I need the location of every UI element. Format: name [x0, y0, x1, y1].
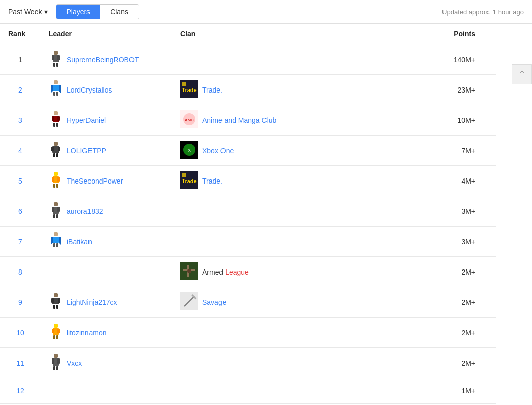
clan-cell [172, 378, 364, 404]
rank-cell: 4 [0, 136, 40, 166]
top-bar-left: Past Week ▾ Players Clans [8, 4, 139, 19]
clan-cell [172, 44, 364, 75]
leader-name[interactable]: iBatikan [67, 238, 92, 246]
svg-rect-9 [56, 92, 58, 96]
clan-name[interactable]: Xbox One [202, 147, 234, 155]
svg-text:X: X [188, 148, 191, 153]
leader-avatar [49, 171, 63, 191]
svg-rect-58 [53, 305, 55, 309]
leader-avatar [49, 323, 63, 342]
svg-rect-49 [56, 243, 58, 247]
leader-cell: TheSecondPower [40, 166, 172, 196]
points-cell: 3M+ [364, 196, 496, 227]
svg-rect-57 [58, 298, 60, 303]
leader-avatar [49, 353, 63, 373]
leader-avatar [49, 201, 63, 221]
points-cell: 2M+ [364, 287, 496, 318]
leader-avatar [49, 292, 63, 312]
clan-cell: X Xbox One [172, 136, 364, 166]
rank-cell: 10 [0, 318, 40, 348]
clan-cell: Trade Trade. [172, 75, 364, 105]
clan-name[interactable]: Armed League [202, 268, 249, 276]
rank-cell: 5 [0, 166, 40, 196]
leader-name[interactable]: LightNinja217cx [67, 298, 117, 306]
scroll-up-button[interactable]: ⌃ [512, 64, 532, 84]
svg-rect-66 [57, 329, 60, 333]
rank-cell: 6 [0, 196, 40, 227]
clan-name[interactable]: Trade. [202, 177, 223, 185]
leader-cell: aurora1832 [40, 196, 172, 226]
svg-rect-3 [57, 55, 60, 60]
svg-rect-59 [56, 305, 58, 309]
leader-avatar [49, 80, 63, 100]
clan-name[interactable]: Anime and Manga Club [202, 116, 276, 124]
leader-name[interactable]: LOLIGETPP [67, 147, 106, 155]
leader-name[interactable]: TheSecondPower [67, 177, 123, 185]
leader-name[interactable]: Vxcx [67, 359, 82, 367]
svg-rect-47 [53, 237, 59, 243]
table-row: 1 SupremeBeingROBOT140M+ [0, 44, 496, 75]
svg-rect-65 [52, 329, 54, 333]
clan-name[interactable]: Savage [202, 298, 226, 306]
svg-rect-71 [52, 358, 54, 364]
rank-cell: 3 [0, 105, 40, 136]
svg-rect-31 [54, 172, 58, 176]
rank-cell: 12 [0, 378, 40, 404]
points-cell: 140M+ [364, 44, 496, 75]
svg-text:Trade: Trade [182, 178, 196, 184]
table-header-row: Rank Leader Clan Points [0, 24, 496, 44]
leader-cell: HyperDaniel [40, 105, 172, 135]
svg-rect-0 [54, 51, 58, 55]
leader-avatar [49, 110, 63, 130]
svg-rect-13 [54, 111, 58, 115]
table-row: 4 LOLIGETPP X Xbox One7M+ [0, 136, 496, 166]
points-cell: 3M+ [364, 227, 496, 257]
leader-avatar [49, 141, 63, 160]
clan-icon: Trade [180, 171, 198, 191]
leader-cell: LOLIGETPP [40, 136, 172, 165]
table-row: 11 Vxcx2M+ [0, 348, 496, 378]
rank-cell: 11 [0, 348, 40, 378]
points-cell: 10M+ [364, 105, 496, 136]
players-tab[interactable]: Players [56, 5, 100, 19]
clan-cell [172, 227, 364, 257]
points-cell: 2M+ [364, 348, 496, 378]
leader-name[interactable]: aurora1832 [67, 207, 103, 215]
leader-name[interactable]: SupremeBeingROBOT [67, 56, 139, 64]
leader-name[interactable]: HyperDaniel [67, 116, 106, 124]
tab-group: Players Clans [56, 4, 139, 19]
points-header: Points [364, 24, 496, 44]
svg-rect-67 [53, 335, 55, 339]
table-row: 2 LordCrystallos Trade Trade.23M+ [0, 75, 496, 105]
svg-rect-25 [58, 147, 60, 151]
leader-name[interactable]: LordCrystallos [67, 86, 112, 94]
svg-rect-63 [54, 324, 58, 328]
points-cell: 4M+ [364, 166, 496, 196]
rank-cell: 1 [0, 44, 40, 75]
svg-rect-24 [51, 147, 54, 151]
leader-name[interactable]: litozinnamon [67, 329, 107, 337]
svg-rect-16 [57, 116, 60, 121]
svg-rect-68 [56, 335, 58, 339]
svg-text:AMC: AMC [185, 118, 194, 122]
svg-rect-46 [54, 232, 58, 236]
svg-rect-74 [56, 366, 58, 370]
rank-cell: 7 [0, 227, 40, 257]
clan-icon [180, 262, 198, 282]
leader-avatar [49, 232, 63, 251]
clan-icon: X [180, 141, 198, 160]
points-cell: 2M+ [364, 257, 496, 287]
svg-rect-35 [53, 184, 55, 188]
svg-rect-73 [53, 366, 55, 370]
svg-rect-12 [182, 82, 186, 86]
svg-rect-7 [53, 85, 59, 91]
clan-name[interactable]: Trade. [202, 86, 223, 94]
period-selector[interactable]: Past Week ▾ [8, 8, 48, 16]
svg-rect-15 [52, 116, 54, 121]
svg-rect-4 [53, 63, 55, 67]
clan-cell [172, 196, 364, 227]
clans-tab[interactable]: Clans [100, 5, 139, 19]
leader-cell: iBatikan [40, 227, 172, 256]
leaderboard-container: Rank Leader Clan Points 1 SupremeBeingRO… [0, 24, 532, 405]
period-label: Past Week [8, 8, 42, 16]
